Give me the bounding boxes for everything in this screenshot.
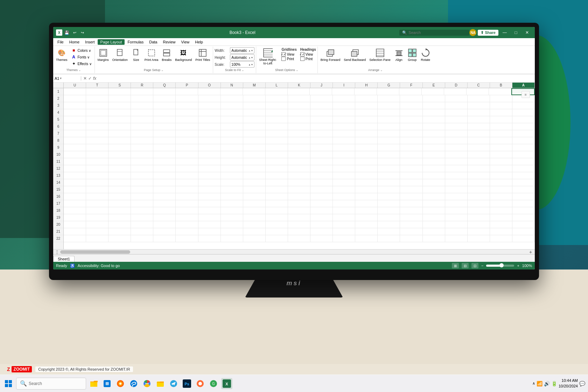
cell-r6-c8[interactable] [221, 123, 243, 130]
cell-r6-c1[interactable] [64, 123, 86, 130]
cell-r5-c5[interactable] [153, 116, 176, 123]
print-area-button[interactable]: Print Area [143, 47, 160, 62]
cell-r15-c6[interactable] [176, 186, 198, 193]
cell-r10-c14[interactable] [355, 151, 378, 158]
cell-r16-c10[interactable] [266, 193, 288, 200]
cell-r4-c21[interactable] [512, 109, 535, 116]
cell-r12-c17[interactable] [423, 165, 445, 172]
menu-home[interactable]: Home [66, 39, 82, 45]
cell-r6-c19[interactable] [468, 123, 490, 130]
cell-r19-c5[interactable] [153, 214, 176, 221]
cell-r21-c3[interactable] [108, 228, 131, 235]
normal-view-btn[interactable]: ⊞ [452, 263, 459, 268]
cell-r4-c9[interactable] [243, 109, 266, 116]
cell-r9-c2[interactable] [86, 144, 108, 151]
cell-r17-c17[interactable] [423, 200, 445, 207]
cell-r20-c20[interactable] [490, 221, 512, 228]
cell-r14-c12[interactable] [310, 179, 333, 186]
cell-r8-c1[interactable] [64, 137, 86, 144]
cell-r4-c16[interactable] [400, 109, 422, 116]
cell-r17-c18[interactable] [445, 200, 468, 207]
cell-r2-c8[interactable] [221, 95, 243, 102]
cell-r20-c21[interactable] [512, 221, 535, 228]
cell-r15-c4[interactable] [131, 186, 153, 193]
col-H[interactable]: H [355, 83, 378, 88]
row-1[interactable]: 1 [53, 88, 63, 95]
taskbar-chrome[interactable] [141, 378, 153, 389]
cell-r6-c4[interactable] [131, 123, 153, 130]
cell-r9-c8[interactable] [221, 144, 243, 151]
cell-r20-c1[interactable] [64, 221, 86, 228]
cell-r4-c4[interactable] [131, 109, 153, 116]
cell-r11-c1[interactable] [64, 158, 86, 165]
cell-r22-c17[interactable] [423, 235, 445, 242]
cell-r16-c15[interactable] [378, 193, 400, 200]
cell-r15-c14[interactable] [355, 186, 378, 193]
taskbar-battery-icon[interactable]: 🔋 [551, 381, 557, 386]
align-button[interactable]: Align [393, 47, 405, 62]
cell-r4-c7[interactable] [198, 109, 221, 116]
cell-r4-c15[interactable] [378, 109, 400, 116]
cell-r10-c5[interactable] [153, 151, 176, 158]
cell-r5-c12[interactable] [310, 116, 333, 123]
cell-r11-c21[interactable] [512, 158, 535, 165]
cell-r7-c5[interactable] [153, 130, 176, 137]
cell-r4-c20[interactable] [490, 109, 512, 116]
cell-r19-c3[interactable] [108, 214, 131, 221]
cell-r4-c6[interactable] [176, 109, 198, 116]
menu-insert[interactable]: Insert [82, 39, 98, 45]
cell-r21-c1[interactable] [64, 228, 86, 235]
cell-r1-c6[interactable] [176, 88, 198, 95]
breaks-button[interactable]: Breaks [160, 47, 173, 62]
cell-r15-c5[interactable] [153, 186, 176, 193]
cell-r1-c2[interactable] [86, 88, 108, 95]
cell-r10-c10[interactable] [266, 151, 288, 158]
cell-r1-c13[interactable] [332, 88, 355, 95]
cell-r17-c14[interactable] [355, 200, 378, 207]
cell-r16-c20[interactable] [490, 193, 512, 200]
cell-r8-c17[interactable] [423, 137, 445, 144]
cell-r11-c13[interactable] [333, 158, 355, 165]
cell-r1-c20[interactable] [489, 88, 511, 95]
cell-r6-c11[interactable] [288, 123, 310, 130]
cell-r14-c21[interactable] [512, 179, 535, 186]
cell-r11-c19[interactable] [468, 158, 490, 165]
cell-r18-c16[interactable] [400, 207, 422, 214]
cell-r6-c21[interactable] [512, 123, 535, 130]
cell-r9-c19[interactable] [468, 144, 490, 151]
cell-r18-c21[interactable] [512, 207, 535, 214]
cell-r2-c3[interactable] [108, 95, 131, 102]
taskbar-search[interactable]: 🔍 Search [16, 378, 86, 390]
cell-r3-c9[interactable] [243, 102, 266, 109]
cell-r19-c20[interactable] [490, 214, 512, 221]
row-17[interactable]: 17 [53, 200, 63, 207]
cell-r13-c2[interactable] [86, 172, 108, 179]
cell-r11-c5[interactable] [153, 158, 176, 165]
cell-r9-c14[interactable] [355, 144, 378, 151]
cell-r5-c4[interactable] [131, 116, 153, 123]
cell-r1-c17[interactable] [422, 88, 444, 95]
cell-r10-c12[interactable] [310, 151, 333, 158]
cell-r2-c10[interactable] [266, 95, 288, 102]
cell-r1-c14[interactable] [355, 88, 377, 95]
cell-r21-c10[interactable] [266, 228, 288, 235]
cell-r22-c19[interactable] [468, 235, 490, 242]
cell-r10-c4[interactable] [131, 151, 153, 158]
cell-r3-c11[interactable] [288, 102, 310, 109]
cell-r11-c16[interactable] [400, 158, 422, 165]
cell-r6-c10[interactable] [266, 123, 288, 130]
cell-r7-c17[interactable] [423, 130, 445, 137]
arrange-expand-icon[interactable]: ⌄ [380, 68, 383, 72]
cell-r10-c7[interactable] [198, 151, 221, 158]
cell-r22-c15[interactable] [378, 235, 400, 242]
row-10[interactable]: 10 [53, 151, 63, 158]
cell-r17-c1[interactable] [64, 200, 86, 207]
cell-r17-c16[interactable] [400, 200, 422, 207]
cell-r15-c12[interactable] [310, 186, 333, 193]
cell-r22-c2[interactable] [86, 235, 108, 242]
cell-r15-c1[interactable] [64, 186, 86, 193]
page-break-view-btn[interactable]: ⊟ [462, 263, 469, 268]
cell-r13-c7[interactable] [198, 172, 221, 179]
cell-r18-c20[interactable] [490, 207, 512, 214]
row-5[interactable]: 5 [53, 116, 63, 123]
